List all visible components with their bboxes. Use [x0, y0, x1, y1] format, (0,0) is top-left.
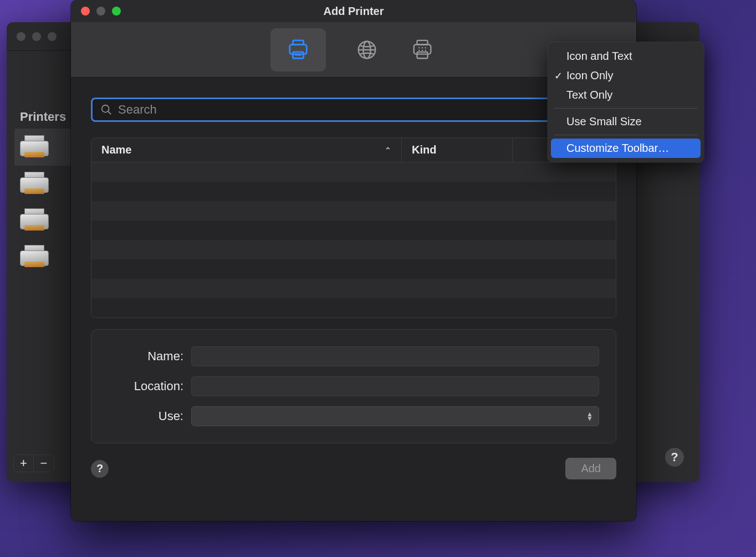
menu-separator [554, 108, 697, 109]
toolbar-context-menu: Icon and Text Icon Only Text Only Use Sm… [548, 42, 704, 162]
default-printer-tab[interactable] [270, 28, 326, 71]
search-field-wrap [91, 98, 616, 122]
svg-point-14 [422, 49, 423, 50]
table-row[interactable] [91, 182, 616, 201]
use-label: Use: [108, 409, 191, 423]
dialog-footer: ? Add [91, 458, 616, 479]
svg-point-16 [102, 105, 109, 113]
column-name-label: Name [101, 144, 131, 156]
table-row[interactable] [91, 240, 616, 259]
printer-icon [287, 38, 310, 62]
chevron-updown-icon: ▲▼ [586, 412, 593, 421]
minimize-icon[interactable] [96, 7, 105, 16]
use-select[interactable]: ▲▼ [191, 406, 599, 426]
sidebar-addremove: + − [13, 454, 54, 472]
printer-icon [18, 243, 51, 272]
shared-printer-icon [411, 38, 434, 62]
windows-printer-tab[interactable] [408, 35, 437, 64]
bg-zoom-icon [48, 32, 57, 41]
table-row[interactable] [91, 279, 616, 298]
table-header: Name ⌃ Kind [91, 138, 616, 162]
table-row[interactable] [91, 221, 616, 240]
svg-point-11 [422, 47, 423, 48]
svg-line-17 [108, 111, 111, 115]
table-body[interactable] [91, 162, 616, 318]
location-label: Location: [108, 379, 191, 394]
location-input[interactable] [191, 376, 599, 396]
zoom-icon[interactable] [112, 7, 121, 16]
globe-icon [355, 38, 379, 62]
remove-printer-button[interactable]: − [34, 455, 54, 472]
printer-icon [18, 170, 51, 198]
table-row[interactable] [91, 201, 616, 221]
name-label: Name: [108, 349, 191, 364]
name-input[interactable] [191, 346, 599, 366]
svg-rect-9 [417, 52, 427, 58]
table-row[interactable] [91, 162, 616, 182]
printer-icon [18, 133, 51, 162]
search-input[interactable] [118, 103, 607, 117]
add-printer-button[interactable]: + [14, 455, 34, 472]
table-row[interactable] [91, 298, 616, 318]
ip-printer-tab[interactable] [353, 35, 381, 64]
svg-point-13 [418, 49, 420, 50]
printer-form: Name: Location: Use: ▲▼ [91, 329, 616, 443]
bg-close-icon [17, 32, 25, 41]
menu-customize-toolbar[interactable]: Customize Toolbar… [551, 139, 701, 158]
bg-help-button[interactable]: ? [665, 448, 684, 467]
fg-titlebar: Add Printer [71, 0, 636, 22]
column-name[interactable]: Name ⌃ [91, 138, 402, 162]
bg-minimize-icon [32, 32, 41, 41]
printer-icon [18, 206, 51, 235]
menu-icon-and-text[interactable]: Icon and Text [548, 47, 704, 66]
column-kind[interactable]: Kind [402, 138, 513, 162]
search-icon [100, 104, 113, 116]
svg-point-15 [425, 49, 426, 50]
menu-separator [554, 135, 697, 135]
menu-use-small-size[interactable]: Use Small Size [548, 112, 704, 131]
table-row[interactable] [91, 259, 616, 279]
help-button[interactable]: ? [91, 460, 109, 478]
svg-point-10 [418, 47, 420, 48]
sort-asc-icon: ⌃ [385, 146, 391, 155]
svg-point-12 [425, 47, 426, 48]
window-title: Add Printer [324, 5, 384, 18]
menu-text-only[interactable]: Text Only [548, 85, 704, 105]
column-kind-label: Kind [412, 144, 436, 156]
add-button[interactable]: Add [565, 458, 616, 479]
close-icon[interactable] [81, 7, 90, 16]
menu-icon-only[interactable]: Icon Only [548, 66, 704, 85]
printers-table: Name ⌃ Kind [91, 137, 616, 318]
